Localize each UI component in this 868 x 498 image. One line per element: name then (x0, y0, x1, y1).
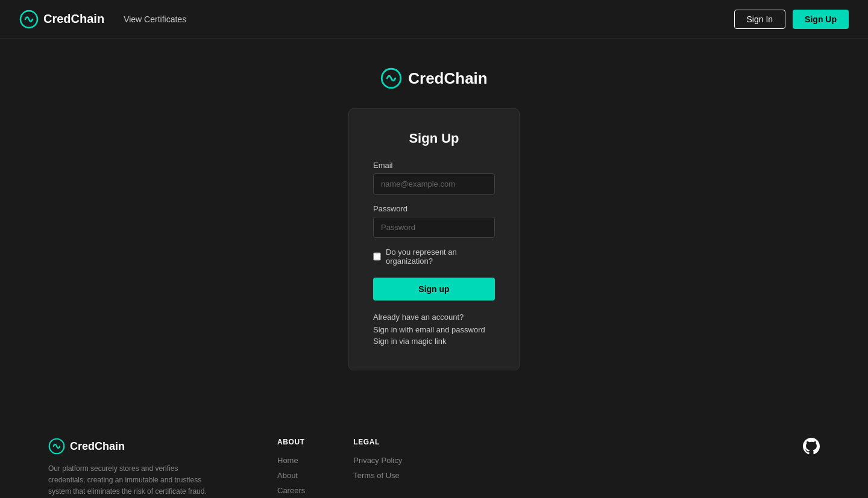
email-input[interactable] (373, 173, 495, 195)
footer-description: Our platform securely stores and verifie… (48, 463, 217, 498)
organization-checkbox-row: Do you represent an organization? (373, 247, 495, 266)
page-logo: CredChain (380, 67, 487, 89)
signup-card-title: Sign Up (373, 131, 495, 146)
email-group: Email (373, 161, 495, 195)
footer-legal-heading: LEGAL (353, 438, 402, 446)
footer-github-section (803, 438, 820, 457)
navbar: CredChain View Certificates Sign In Sign… (0, 0, 868, 39)
page-logo-text: CredChain (408, 69, 487, 88)
footer-home-link[interactable]: Home (277, 456, 305, 465)
signin-email-link[interactable]: Sign in with email and password (373, 325, 495, 334)
navbar-left: CredChain View Certificates (19, 10, 186, 29)
signup-card: Sign Up Email Password Do you represent … (348, 108, 520, 370)
page-logo-icon (380, 67, 402, 89)
footer: CredChain Our platform securely stores a… (0, 409, 868, 498)
footer-main: CredChain Our platform securely stores a… (48, 438, 820, 498)
password-input[interactable] (373, 217, 495, 238)
navbar-right: Sign In Sign Up (734, 10, 849, 29)
signin-button[interactable]: Sign In (734, 10, 786, 29)
navbar-logo[interactable]: CredChain (19, 10, 104, 29)
footer-logo-text: CredChain (70, 440, 125, 453)
footer-about-heading: ABOUT (277, 438, 305, 446)
github-icon (803, 438, 820, 455)
navbar-logo-text: CredChain (43, 12, 104, 26)
github-link[interactable] (803, 446, 820, 456)
footer-logo: CredChain (48, 438, 229, 455)
footer-columns: ABOUT Home About Careers Blog LEGAL Priv… (277, 438, 755, 498)
organization-checkbox-label[interactable]: Do you represent an organization? (386, 247, 495, 266)
footer-about-column: ABOUT Home About Careers Blog (277, 438, 305, 498)
footer-privacy-link[interactable]: Privacy Policy (353, 456, 402, 465)
footer-careers-link[interactable]: Careers (277, 486, 305, 495)
signup-submit-button[interactable]: Sign up (373, 278, 495, 300)
signup-nav-button[interactable]: Sign Up (793, 10, 849, 29)
footer-legal-column: LEGAL Privacy Policy Terms of Use (353, 438, 402, 498)
footer-about-link[interactable]: About (277, 471, 305, 480)
password-label: Password (373, 204, 495, 213)
footer-terms-link[interactable]: Terms of Use (353, 471, 402, 480)
footer-brand: CredChain Our platform securely stores a… (48, 438, 229, 498)
main-content: CredChain Sign Up Email Password Do you … (0, 39, 868, 409)
footer-logo-icon (48, 438, 65, 455)
credchain-logo-icon (19, 10, 39, 29)
password-group: Password (373, 204, 495, 238)
signin-magic-link[interactable]: Sign in via magic link (373, 337, 495, 346)
email-label: Email (373, 161, 495, 170)
view-certificates-link[interactable]: View Certificates (124, 14, 186, 24)
organization-checkbox[interactable] (373, 252, 381, 261)
already-account-text: Already have an account? (373, 313, 495, 322)
